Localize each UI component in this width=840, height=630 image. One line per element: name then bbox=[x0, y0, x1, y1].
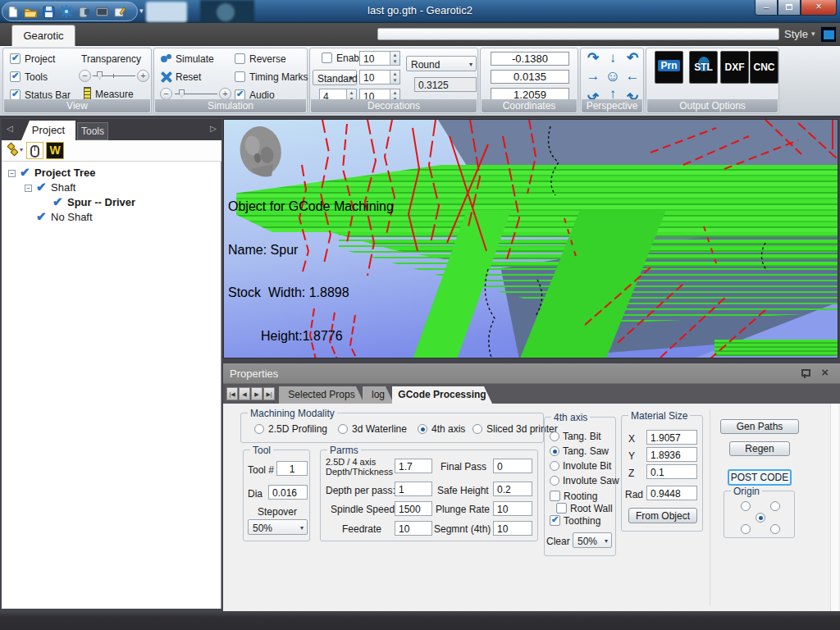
decorations-standard-dropdown[interactable]: Standard▾ bbox=[313, 70, 357, 85]
decorations-enabled-checkbox[interactable] bbox=[322, 52, 332, 63]
tree-item-shaft[interactable]: Shaft bbox=[51, 181, 75, 194]
cnc-output-button[interactable]: CNC bbox=[750, 51, 778, 84]
gen-paths-button[interactable]: Gen Paths bbox=[720, 419, 799, 434]
measure-label[interactable]: Measure bbox=[95, 89, 134, 100]
tab-scroll-right-icon[interactable]: ▷ bbox=[210, 124, 217, 133]
origin-bottom-right-radio[interactable] bbox=[770, 524, 780, 534]
print-output-button[interactable]: Prn bbox=[655, 51, 683, 84]
rooting-checkbox[interactable] bbox=[550, 491, 560, 501]
pan-right-icon[interactable]: → bbox=[583, 66, 603, 86]
dxf-output-button[interactable]: DXF bbox=[720, 51, 749, 84]
spinner-arrows-icon[interactable]: ▲▼ bbox=[390, 71, 399, 84]
origin-top-left-radio[interactable] bbox=[741, 501, 751, 511]
radio-25d-profiling[interactable] bbox=[254, 424, 264, 434]
root-wall-checkbox[interactable] bbox=[556, 503, 567, 514]
material-x-field[interactable]: 1.9057 bbox=[646, 430, 697, 445]
safe-height-field[interactable]: 0.2 bbox=[493, 482, 532, 496]
radio-sliced-3d-printer[interactable] bbox=[472, 424, 482, 434]
rotate-cw-icon[interactable]: ↷ bbox=[583, 48, 603, 68]
tool-number-field[interactable]: 1 bbox=[276, 461, 308, 476]
stl-output-button[interactable]: STL bbox=[689, 51, 718, 84]
material-rad-field[interactable]: 0.9448 bbox=[646, 486, 697, 500]
tab-project[interactable]: Project bbox=[21, 121, 75, 140]
reverse-checkbox[interactable] bbox=[235, 53, 245, 64]
minimize-button[interactable]: – bbox=[755, 0, 778, 16]
quick-search-bar[interactable] bbox=[377, 28, 779, 40]
wireframe-button[interactable]: W bbox=[46, 142, 64, 159]
radio-involute-saw[interactable] bbox=[550, 476, 559, 486]
expander-icon[interactable]: − bbox=[25, 185, 32, 192]
tools-checkbox[interactable] bbox=[10, 71, 21, 82]
decorations-spin-mid[interactable]: 10▲▼ bbox=[359, 70, 400, 84]
toothing-checkbox[interactable] bbox=[550, 515, 560, 526]
simulate-button[interactable]: Simulate bbox=[176, 53, 214, 65]
close-panel-icon[interactable]: × bbox=[821, 365, 829, 379]
coordinate-x-field[interactable]: -0.1380 bbox=[491, 52, 569, 66]
transparency-plus-button[interactable]: + bbox=[137, 70, 149, 82]
material-z-field[interactable]: 0.1 bbox=[646, 464, 697, 479]
gear-menu-button[interactable]: ▾ bbox=[5, 142, 25, 159]
style-chevron-icon[interactable]: ▾ bbox=[811, 30, 815, 38]
dia-field[interactable]: 0.016 bbox=[268, 485, 308, 500]
tab-nav-prev-button[interactable]: ◀ bbox=[239, 387, 250, 400]
style-label[interactable]: Style bbox=[784, 28, 808, 40]
origin-center-radio[interactable] bbox=[756, 513, 765, 523]
expander-icon[interactable]: − bbox=[8, 170, 16, 177]
tab-scroll-left-icon[interactable]: ◁ bbox=[7, 124, 13, 133]
plunge-rate-field[interactable]: 10 bbox=[493, 501, 532, 516]
sim-speed-plus-button[interactable]: + bbox=[219, 88, 231, 100]
tab-gearotic[interactable]: Gearotic bbox=[11, 25, 75, 46]
sim-speed-minus-button[interactable]: − bbox=[160, 88, 172, 100]
radio-tang-saw[interactable] bbox=[550, 446, 559, 456]
depth-per-pass-field[interactable]: 1 bbox=[395, 482, 432, 496]
sim-speed-slider-thumb[interactable] bbox=[179, 89, 185, 98]
tree-item-no-shaft[interactable]: No Shaft bbox=[51, 211, 93, 223]
viewport-3d[interactable]: Object for GCode Machining Name: Spur St… bbox=[223, 119, 838, 358]
pan-down-icon[interactable]: ↓ bbox=[603, 48, 623, 68]
timing-marks-checkbox[interactable] bbox=[235, 71, 245, 82]
tab-selected-props[interactable]: Selected Props bbox=[279, 386, 364, 404]
tab-tools[interactable]: Tools bbox=[77, 122, 108, 140]
style-theme-icon[interactable] bbox=[820, 26, 837, 43]
tab-nav-last-button[interactable]: ▶| bbox=[263, 387, 275, 400]
clear-dropdown[interactable]: 50%▾ bbox=[573, 532, 612, 548]
reset-button[interactable]: Reset bbox=[176, 71, 201, 83]
tab-gcode-processing[interactable]: GCode Processing bbox=[392, 386, 492, 404]
radio-tang-bit[interactable] bbox=[550, 431, 559, 441]
feedrate-field[interactable]: 10 bbox=[395, 521, 432, 536]
stepover-dropdown[interactable]: 50%▾ bbox=[248, 519, 308, 535]
decorations-round-dropdown[interactable]: Round▾ bbox=[406, 56, 477, 71]
decorations-spin-top[interactable]: 10▲▼ bbox=[359, 51, 400, 66]
spindle-speed-field[interactable]: 1500 bbox=[395, 501, 432, 516]
close-button[interactable]: × bbox=[801, 0, 837, 16]
spinner-arrows-icon[interactable]: ▲▼ bbox=[390, 52, 399, 65]
pan-left-icon[interactable]: ← bbox=[623, 66, 642, 86]
transparency-slider-thumb[interactable] bbox=[97, 71, 103, 80]
post-code-button[interactable]: POST CODE bbox=[728, 469, 792, 486]
pin-icon[interactable] bbox=[801, 368, 809, 378]
segmnt-field[interactable]: 10 bbox=[493, 521, 532, 536]
mouse-mode-button[interactable] bbox=[26, 142, 43, 159]
final-pass-field[interactable]: 0 bbox=[493, 459, 532, 473]
scrollbar-area[interactable] bbox=[830, 404, 838, 611]
transparency-minus-button[interactable]: − bbox=[79, 70, 91, 82]
tab-nav-next-button[interactable]: ▶ bbox=[251, 387, 262, 400]
regen-button[interactable]: Regen bbox=[729, 441, 790, 456]
tree-item-project-tree[interactable]: Project Tree bbox=[34, 167, 95, 179]
reset-view-smiley-icon[interactable]: ☺ bbox=[603, 66, 623, 86]
tree-item-spur-driver[interactable]: Spur -- Driver bbox=[67, 196, 135, 208]
radio-3d-waterline[interactable] bbox=[338, 424, 348, 434]
maximize-button[interactable] bbox=[778, 0, 801, 16]
origin-bottom-left-radio[interactable] bbox=[741, 524, 751, 534]
from-object-button[interactable]: From Object bbox=[628, 508, 697, 523]
coordinate-y-field[interactable]: 0.0135 bbox=[491, 70, 569, 84]
rotate-ccw-icon[interactable]: ↶ bbox=[623, 48, 642, 68]
tab-nav-first-button[interactable]: |◀ bbox=[226, 387, 238, 400]
depth-thickness-field[interactable]: 1.7 bbox=[395, 459, 432, 473]
origin-top-right-radio[interactable] bbox=[770, 501, 780, 511]
project-checkbox[interactable] bbox=[10, 53, 21, 64]
radio-involute-bit[interactable] bbox=[550, 461, 559, 471]
tab-log[interactable]: log bbox=[363, 386, 394, 404]
radio-4th-axis[interactable] bbox=[418, 424, 427, 434]
material-y-field[interactable]: 1.8936 bbox=[646, 447, 697, 462]
